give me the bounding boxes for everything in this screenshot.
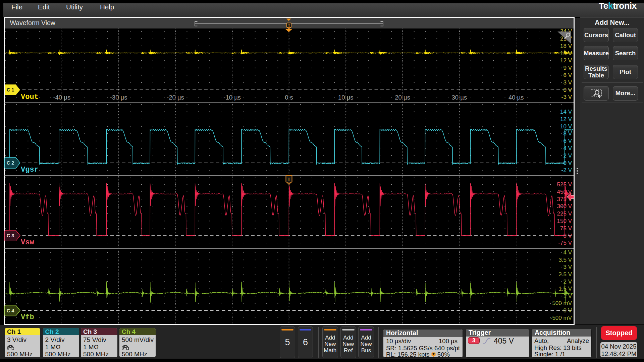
svg-text:10 µs: 10 µs [338, 94, 354, 101]
svg-text:3.5 V: 3.5 V [558, 257, 572, 263]
svg-text:12 V: 12 V [560, 57, 572, 64]
svg-text:C 2: C 2 [7, 160, 14, 166]
svg-text:4 V: 4 V [563, 249, 572, 256]
svg-text:C 3: C 3 [7, 233, 14, 238]
svg-text:500 mV: 500 mV [552, 300, 572, 306]
svg-text:-2 V: -2 V [561, 167, 572, 173]
svg-text:1 V: 1 V [563, 293, 572, 299]
svg-text:525 V: 525 V [557, 181, 572, 188]
svg-text:15 V: 15 V [560, 50, 572, 57]
svg-text:10 V: 10 V [560, 123, 572, 130]
svg-text:75 V: 75 V [560, 225, 572, 232]
svg-text:12 V: 12 V [560, 116, 572, 122]
svg-text:Vsw: Vsw [21, 238, 34, 247]
svg-text:C 1: C 1 [7, 87, 14, 93]
svg-text:Vout: Vout [21, 93, 39, 101]
svg-text:0 V: 0 V [563, 233, 572, 239]
svg-text:3 V: 3 V [563, 79, 572, 86]
svg-text:40 µs: 40 µs [508, 94, 524, 101]
svg-text:T: T [287, 177, 290, 182]
svg-text:-75 V: -75 V [558, 240, 572, 246]
svg-text:2.5 V: 2.5 V [558, 271, 572, 278]
svg-text:300 V: 300 V [557, 203, 572, 209]
svg-text:18 V: 18 V [560, 43, 572, 49]
svg-text:150 V: 150 V [557, 218, 572, 224]
svg-text:T: T [288, 23, 290, 28]
svg-text:6 V: 6 V [563, 72, 572, 78]
svg-text:225 V: 225 V [557, 210, 572, 217]
svg-text:-10 µs: -10 µs [223, 94, 241, 101]
svg-text:2 V: 2 V [563, 153, 572, 159]
svg-text:-30 µs: -30 µs [110, 94, 127, 101]
svg-text:3 V: 3 V [563, 264, 572, 270]
svg-text:30 µs: 30 µs [452, 94, 467, 101]
svg-text:C 4: C 4 [7, 308, 14, 313]
svg-text:4 V: 4 V [563, 145, 572, 152]
svg-text:6 V: 6 V [563, 138, 572, 144]
svg-text:8 V: 8 V [563, 130, 572, 137]
svg-text:-500 mV: -500 mV [550, 315, 572, 321]
svg-text:9 V: 9 V [563, 65, 572, 71]
svg-text:14 V: 14 V [560, 109, 572, 115]
svg-text:0 V: 0 V [563, 160, 572, 166]
svg-text:1.5 V: 1.5 V [558, 286, 572, 292]
svg-text:Vgsr: Vgsr [21, 166, 39, 174]
svg-text:2 V: 2 V [563, 279, 572, 285]
svg-text:Vfb: Vfb [21, 313, 34, 321]
svg-text:0 V: 0 V [563, 307, 572, 314]
svg-text:20 µs: 20 µs [395, 94, 410, 101]
svg-text:0 V: 0 V [563, 87, 572, 93]
svg-text:-3 V: -3 V [561, 94, 572, 100]
svg-text:450 V: 450 V [557, 189, 572, 195]
svg-text:-40 µs: -40 µs [53, 94, 70, 101]
svg-text:-20 µs: -20 µs [167, 94, 184, 101]
svg-text:0 s: 0 s [285, 94, 293, 101]
